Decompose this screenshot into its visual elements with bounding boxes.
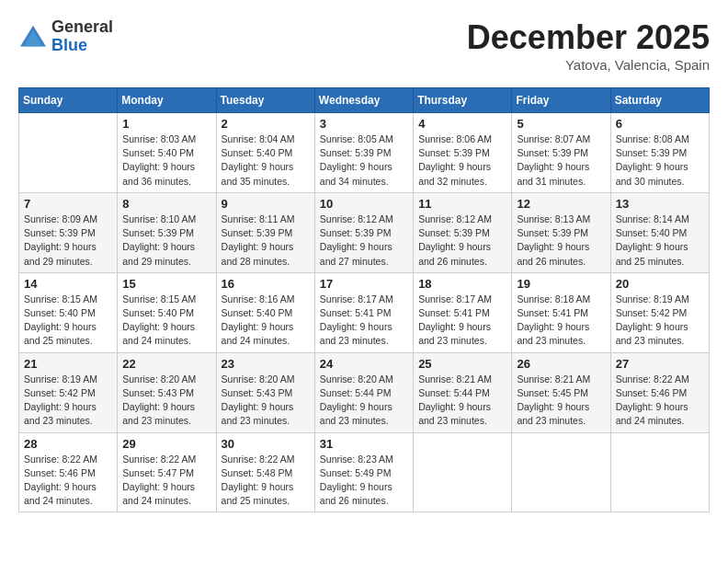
cell-info: Sunrise: 8:20 AMSunset: 5:43 PMDaylight:… [222,373,310,429]
day-number: 8 [122,197,210,211]
day-number: 10 [320,197,408,211]
day-number: 29 [122,437,210,451]
day-number: 25 [418,357,506,371]
day-number: 17 [320,277,408,291]
cell-info: Sunrise: 8:21 AMSunset: 5:45 PMDaylight:… [517,373,605,429]
month-title: December 2025 [467,18,710,57]
calendar-cell: 15Sunrise: 8:15 AMSunset: 5:40 PMDayligh… [118,272,216,352]
calendar-cell [414,432,512,512]
logo: General Blue [18,18,113,55]
cell-info: Sunrise: 8:22 AMSunset: 5:46 PMDaylight:… [24,453,112,509]
cell-info: Sunrise: 8:12 AMSunset: 5:39 PMDaylight:… [320,213,408,269]
logo-general-text: General [51,18,113,37]
calendar-cell: 1Sunrise: 8:03 AMSunset: 5:40 PMDaylight… [118,113,216,193]
calendar-header-row: SundayMondayTuesdayWednesdayThursdayFrid… [19,88,710,113]
day-number: 27 [616,357,704,371]
day-number: 31 [320,437,408,451]
day-number: 21 [24,357,112,371]
calendar-cell: 8Sunrise: 8:10 AMSunset: 5:39 PMDaylight… [118,192,216,272]
cell-info: Sunrise: 8:09 AMSunset: 5:39 PMDaylight:… [24,213,112,269]
cell-info: Sunrise: 8:13 AMSunset: 5:39 PMDaylight:… [517,213,605,269]
calendar-week-row: 14Sunrise: 8:15 AMSunset: 5:40 PMDayligh… [19,272,710,352]
day-number: 19 [517,277,605,291]
cell-info: Sunrise: 8:22 AMSunset: 5:46 PMDaylight:… [616,373,704,429]
calendar-cell: 21Sunrise: 8:19 AMSunset: 5:42 PMDayligh… [19,352,118,432]
cell-info: Sunrise: 8:05 AMSunset: 5:39 PMDaylight:… [320,132,408,189]
cell-info: Sunrise: 8:14 AMSunset: 5:40 PMDaylight:… [616,213,704,269]
day-number: 15 [122,277,210,291]
day-number: 24 [320,357,408,371]
calendar-cell: 28Sunrise: 8:22 AMSunset: 5:46 PMDayligh… [19,432,118,512]
cell-info: Sunrise: 8:03 AMSunset: 5:40 PMDaylight:… [122,132,210,189]
day-number: 16 [222,277,310,291]
cell-info: Sunrise: 8:22 AMSunset: 5:48 PMDaylight:… [222,453,310,509]
calendar-cell: 23Sunrise: 8:20 AMSunset: 5:43 PMDayligh… [216,352,314,432]
logo-icon [18,24,48,50]
title-block: December 2025 Yatova, Valencia, Spain [467,18,710,73]
calendar-cell: 7Sunrise: 8:09 AMSunset: 5:39 PMDaylight… [19,192,118,272]
logo-blue-text: Blue [51,37,113,55]
day-number: 6 [616,117,704,131]
calendar-cell: 20Sunrise: 8:19 AMSunset: 5:42 PMDayligh… [610,272,709,352]
weekday-header: Tuesday [216,88,314,113]
calendar-cell: 11Sunrise: 8:12 AMSunset: 5:39 PMDayligh… [414,192,512,272]
cell-info: Sunrise: 8:21 AMSunset: 5:44 PMDaylight:… [418,373,506,429]
day-number: 12 [517,197,605,211]
calendar-cell: 26Sunrise: 8:21 AMSunset: 5:45 PMDayligh… [512,352,610,432]
calendar-week-row: 21Sunrise: 8:19 AMSunset: 5:42 PMDayligh… [19,352,710,432]
calendar-cell: 22Sunrise: 8:20 AMSunset: 5:43 PMDayligh… [118,352,216,432]
cell-info: Sunrise: 8:12 AMSunset: 5:39 PMDaylight:… [418,213,506,269]
calendar-week-row: 1Sunrise: 8:03 AMSunset: 5:40 PMDaylight… [19,113,710,193]
day-number: 2 [222,117,310,131]
calendar-week-row: 28Sunrise: 8:22 AMSunset: 5:46 PMDayligh… [19,432,710,512]
calendar-cell: 12Sunrise: 8:13 AMSunset: 5:39 PMDayligh… [512,192,610,272]
day-number: 22 [122,357,210,371]
calendar-cell: 16Sunrise: 8:16 AMSunset: 5:40 PMDayligh… [216,272,314,352]
cell-info: Sunrise: 8:11 AMSunset: 5:39 PMDaylight:… [222,213,310,269]
calendar-cell: 30Sunrise: 8:22 AMSunset: 5:48 PMDayligh… [216,432,314,512]
day-number: 7 [24,197,112,211]
calendar-week-row: 7Sunrise: 8:09 AMSunset: 5:39 PMDaylight… [19,192,710,272]
weekday-header: Sunday [19,88,118,113]
weekday-header: Saturday [610,88,709,113]
calendar-cell: 18Sunrise: 8:17 AMSunset: 5:41 PMDayligh… [414,272,512,352]
cell-info: Sunrise: 8:19 AMSunset: 5:42 PMDaylight:… [616,293,704,349]
cell-info: Sunrise: 8:08 AMSunset: 5:39 PMDaylight:… [616,132,704,189]
calendar-cell: 10Sunrise: 8:12 AMSunset: 5:39 PMDayligh… [314,192,413,272]
calendar-cell: 13Sunrise: 8:14 AMSunset: 5:40 PMDayligh… [610,192,709,272]
cell-info: Sunrise: 8:20 AMSunset: 5:43 PMDaylight:… [122,373,210,429]
calendar-cell: 3Sunrise: 8:05 AMSunset: 5:39 PMDaylight… [314,113,413,193]
day-number: 23 [222,357,310,371]
cell-info: Sunrise: 8:18 AMSunset: 5:41 PMDaylight:… [517,293,605,349]
calendar-cell: 17Sunrise: 8:17 AMSunset: 5:41 PMDayligh… [314,272,413,352]
calendar-cell [19,113,118,193]
day-number: 20 [616,277,704,291]
calendar-cell: 29Sunrise: 8:22 AMSunset: 5:47 PMDayligh… [118,432,216,512]
location-subtitle: Yatova, Valencia, Spain [467,57,710,73]
cell-info: Sunrise: 8:23 AMSunset: 5:49 PMDaylight:… [320,453,408,509]
page-header: General Blue December 2025 Yatova, Valen… [18,18,710,73]
day-number: 14 [24,277,112,291]
calendar-table: SundayMondayTuesdayWednesdayThursdayFrid… [18,87,710,512]
cell-info: Sunrise: 8:04 AMSunset: 5:40 PMDaylight:… [222,132,310,189]
weekday-header: Thursday [414,88,512,113]
day-number: 28 [24,437,112,451]
calendar-cell: 4Sunrise: 8:06 AMSunset: 5:39 PMDaylight… [414,113,512,193]
day-number: 11 [418,197,506,211]
weekday-header: Monday [118,88,216,113]
calendar-cell: 27Sunrise: 8:22 AMSunset: 5:46 PMDayligh… [610,352,709,432]
calendar-cell [512,432,610,512]
weekday-header: Friday [512,88,610,113]
cell-info: Sunrise: 8:07 AMSunset: 5:39 PMDaylight:… [517,132,605,189]
calendar-cell: 19Sunrise: 8:18 AMSunset: 5:41 PMDayligh… [512,272,610,352]
cell-info: Sunrise: 8:17 AMSunset: 5:41 PMDaylight:… [418,293,506,349]
cell-info: Sunrise: 8:16 AMSunset: 5:40 PMDaylight:… [222,293,310,349]
calendar-cell: 2Sunrise: 8:04 AMSunset: 5:40 PMDaylight… [216,113,314,193]
cell-info: Sunrise: 8:22 AMSunset: 5:47 PMDaylight:… [122,453,210,509]
calendar-cell: 14Sunrise: 8:15 AMSunset: 5:40 PMDayligh… [19,272,118,352]
day-number: 1 [122,117,210,131]
day-number: 26 [517,357,605,371]
cell-info: Sunrise: 8:19 AMSunset: 5:42 PMDaylight:… [24,373,112,429]
cell-info: Sunrise: 8:15 AMSunset: 5:40 PMDaylight:… [24,293,112,349]
calendar-cell [610,432,709,512]
